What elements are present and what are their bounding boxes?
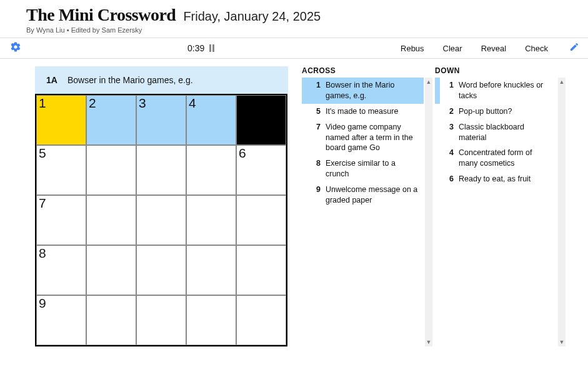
clue-text: Word before knuckles or tacks (459, 80, 553, 101)
cell-number: 1 (39, 96, 46, 111)
grid-cell[interactable] (186, 145, 236, 195)
cell-number: 9 (39, 296, 46, 311)
cell-number: 3 (139, 96, 146, 111)
cell-number: 5 (39, 146, 46, 161)
grid-cell[interactable] (186, 245, 236, 295)
clue-text: Bowser in the Mario games, e.g. (326, 80, 420, 101)
clue-item[interactable]: 2Pop-up button? (435, 104, 557, 119)
grid-cell[interactable] (186, 195, 236, 245)
clear-button[interactable]: Clear (443, 44, 462, 53)
active-clue-label: 1A (46, 75, 57, 85)
byline-sep: • (65, 26, 71, 34)
scroll-down-icon[interactable]: ▼ (559, 339, 565, 345)
settings-gear-icon[interactable] (10, 41, 21, 56)
byline-editor: Edited by Sam Ezersky (71, 26, 142, 34)
clue-text: Classic blackboard material (459, 122, 553, 143)
across-heading: ACROSS (302, 66, 424, 78)
clue-number: 3 (440, 122, 454, 143)
grid-cell[interactable]: 3 (136, 95, 186, 145)
clue-item[interactable]: 9Unwelcome message on a graded paper (302, 182, 424, 208)
grid-cell[interactable] (136, 195, 186, 245)
clue-text: Exercise similar to a crunch (326, 158, 420, 179)
main: 1A Bowser in the Mario games, e.g. 12345… (0, 59, 588, 346)
clue-number: 8 (307, 158, 321, 179)
clue-item[interactable]: 5It's made to measure (302, 104, 424, 119)
clue-number: 4 (440, 148, 454, 169)
grid-cell[interactable] (236, 245, 286, 295)
grid-cell[interactable] (186, 295, 236, 345)
grid-cell[interactable]: 8 (36, 245, 86, 295)
grid-cell[interactable] (86, 195, 136, 245)
grid-cell[interactable]: 4 (186, 95, 236, 145)
grid-cell[interactable] (136, 145, 186, 195)
grid-cell[interactable]: 6 (236, 145, 286, 195)
clue-text: Concentrated form of many cosmetics (459, 148, 553, 169)
crossword-grid[interactable]: 123456789 (35, 94, 287, 346)
clue-text: Pop-up button? (459, 106, 553, 117)
clue-number: 1 (440, 80, 454, 101)
toolbar-actions: Rebus Clear Reveal Check (401, 42, 579, 54)
grid-cell[interactable] (236, 195, 286, 245)
across-clue-list: 1Bowser in the Mario games, e.g.5It's ma… (302, 78, 424, 208)
clue-number: 5 (307, 106, 321, 117)
cell-number: 8 (39, 246, 46, 261)
cell-number: 4 (189, 96, 196, 111)
clue-item[interactable]: 6Ready to eat, as fruit (435, 171, 557, 187)
grid-cell[interactable]: 5 (36, 145, 86, 195)
clue-item[interactable]: 7Video game company named after a term i… (302, 119, 424, 156)
cell-number: 7 (39, 196, 46, 211)
active-clue-text: Bowser in the Mario games, e.g. (67, 75, 193, 85)
grid-cell[interactable] (236, 295, 286, 345)
cell-number: 6 (239, 146, 246, 161)
clue-text: Ready to eat, as fruit (459, 174, 553, 184)
down-clue-list: 1Word before knuckles or tacks2Pop-up bu… (435, 78, 557, 187)
grid-cell (236, 95, 286, 145)
clue-number: 7 (307, 122, 321, 154)
header: The Mini Crossword Friday, January 24, 2… (0, 0, 588, 38)
clue-item[interactable]: 3Classic blackboard material (435, 119, 557, 146)
grid-cell[interactable]: 7 (36, 195, 86, 245)
puzzle-date: Friday, January 24, 2025 (183, 9, 321, 24)
grid-cell[interactable]: 2 (86, 95, 136, 145)
grid-cell[interactable] (86, 245, 136, 295)
check-button[interactable]: Check (525, 44, 548, 53)
timer-value: 0:39 (187, 43, 204, 53)
pause-icon[interactable] (209, 44, 214, 52)
clue-number: 9 (307, 184, 321, 206)
across-section: ACROSS 1Bowser in the Mario games, e.g.5… (302, 66, 424, 346)
down-section: DOWN 1Word before knuckles or tacks2Pop-… (435, 66, 557, 346)
clue-text: Unwelcome message on a graded paper (326, 184, 420, 206)
rebus-button[interactable]: Rebus (401, 44, 424, 53)
timer: 0:39 (187, 43, 214, 53)
down-heading: DOWN (435, 66, 557, 78)
grid-cell[interactable] (86, 145, 136, 195)
clue-item[interactable]: 8Exercise similar to a crunch (302, 156, 424, 182)
clue-text: It's made to measure (326, 106, 420, 117)
active-clue-bar: 1A Bowser in the Mario games, e.g. (35, 66, 288, 94)
scroll-up-icon[interactable]: ▲ (426, 79, 432, 85)
grid-cell[interactable]: 1 (36, 95, 86, 145)
byline: By Wyna Liu • Edited by Sam Ezersky (26, 26, 588, 34)
clue-item[interactable]: 1Bowser in the Mario games, e.g. (302, 78, 424, 104)
toolbar: 0:39 Rebus Clear Reveal Check (0, 38, 588, 59)
clue-number: 6 (440, 174, 454, 184)
scroll-down-icon[interactable]: ▼ (426, 339, 432, 345)
reveal-button[interactable]: Reveal (481, 44, 506, 53)
grid-cell[interactable] (136, 245, 186, 295)
grid-cell[interactable] (86, 295, 136, 345)
grid-cell[interactable] (136, 295, 186, 345)
clue-item[interactable]: 1Word before knuckles or tacks (435, 78, 557, 104)
scrollbar[interactable]: ▲ ▼ (425, 78, 432, 346)
pencil-icon[interactable] (569, 42, 579, 54)
clue-text: Video game company named after a term in… (326, 122, 420, 154)
cell-number: 2 (89, 96, 96, 111)
scrollbar[interactable]: ▲ ▼ (558, 78, 566, 346)
byline-author: By Wyna Liu (26, 26, 65, 34)
scroll-up-icon[interactable]: ▲ (559, 79, 565, 85)
clue-number: 1 (307, 80, 321, 101)
clue-number: 2 (440, 106, 454, 117)
grid-cell[interactable]: 9 (36, 295, 86, 345)
clue-item[interactable]: 4Concentrated form of many cosmetics (435, 145, 557, 171)
page-title: The Mini Crossword (26, 5, 176, 25)
